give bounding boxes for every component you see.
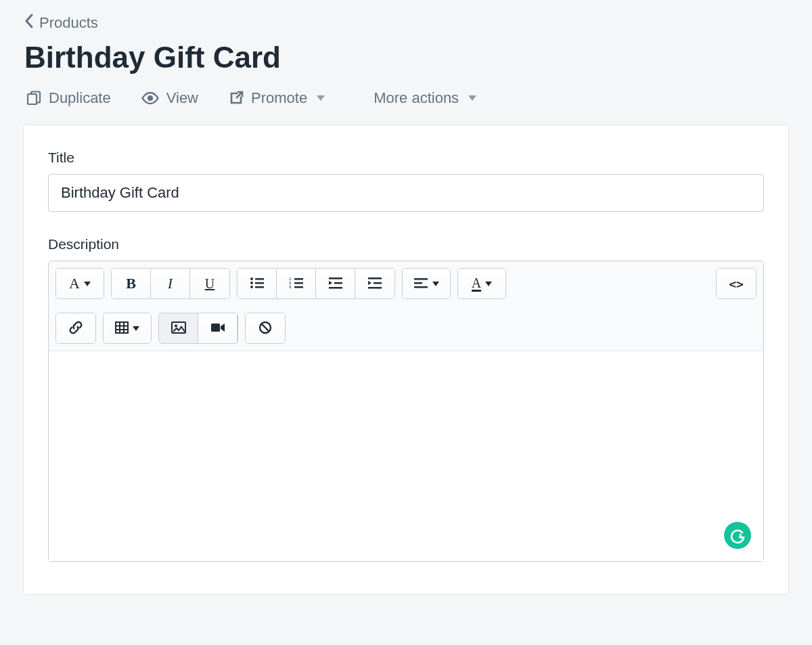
external-link-icon: [228, 90, 244, 106]
svg-point-4: [250, 282, 253, 284]
title-input[interactable]: [48, 174, 764, 212]
clear-formatting-icon: [258, 321, 272, 336]
svg-rect-15: [329, 277, 342, 280]
svg-rect-22: [414, 282, 422, 284]
rich-text-editor: A B I U 123: [48, 261, 764, 562]
svg-point-30: [175, 324, 177, 327]
html-view-button[interactable]: <>: [717, 269, 756, 298]
outdent-icon: [328, 277, 343, 291]
view-action[interactable]: View: [141, 89, 198, 107]
svg-point-6: [250, 286, 253, 288]
editor-toolbar: A B I U 123: [49, 261, 763, 351]
breadcrumb[interactable]: Products: [0, 0, 812, 32]
italic-icon: I: [168, 275, 173, 292]
svg-rect-5: [255, 282, 264, 284]
svg-text:3: 3: [289, 285, 292, 289]
underline-button[interactable]: U: [190, 269, 229, 298]
duplicate-icon: [26, 90, 42, 106]
grammarly-badge[interactable]: [724, 522, 751, 549]
insert-table-dropdown-button[interactable]: [104, 313, 151, 343]
numbered-list-button[interactable]: 123: [277, 269, 316, 298]
bold-icon: B: [126, 275, 136, 292]
format-dropdown-button[interactable]: A: [56, 269, 104, 298]
action-bar: Duplicate View Promote More actions: [0, 74, 812, 125]
bullet-list-button[interactable]: [238, 269, 277, 298]
svg-rect-18: [368, 277, 382, 280]
svg-rect-14: [294, 286, 303, 288]
caret-down-icon: [317, 95, 325, 101]
description-field-label: Description: [48, 236, 764, 252]
svg-rect-31: [211, 324, 220, 332]
title-field-label: Title: [48, 150, 764, 166]
align-dropdown-button[interactable]: [403, 269, 450, 298]
image-icon: [171, 321, 186, 336]
promote-label: Promote: [251, 89, 307, 107]
more-actions[interactable]: More actions: [374, 89, 476, 107]
italic-button[interactable]: I: [151, 269, 190, 298]
bold-button[interactable]: B: [112, 269, 151, 298]
insert-image-button[interactable]: [159, 313, 198, 343]
breadcrumb-label: Products: [39, 14, 98, 32]
insert-video-button[interactable]: [198, 313, 238, 343]
link-icon: [68, 320, 83, 337]
svg-rect-24: [116, 322, 128, 333]
svg-point-2: [250, 277, 253, 280]
svg-rect-10: [294, 278, 303, 280]
duplicate-label: Duplicate: [49, 89, 111, 107]
svg-rect-3: [255, 278, 264, 280]
promote-action[interactable]: Promote: [228, 89, 325, 107]
svg-rect-12: [294, 282, 303, 284]
caret-down-icon: [468, 95, 476, 101]
indent-button[interactable]: [355, 269, 394, 298]
svg-rect-19: [374, 282, 382, 284]
page-title: Birthday Gift Card: [0, 32, 812, 74]
eye-icon: [141, 91, 160, 105]
svg-rect-23: [414, 286, 428, 288]
table-icon: [115, 321, 129, 336]
svg-rect-0: [28, 94, 37, 104]
insert-link-button[interactable]: [56, 313, 95, 343]
caret-down-icon: [432, 282, 439, 286]
text-color-dropdown-button[interactable]: A: [458, 269, 505, 298]
grammarly-icon: [729, 527, 746, 544]
outdent-button[interactable]: [316, 269, 355, 298]
underline-icon: U: [205, 276, 215, 292]
svg-line-33: [262, 324, 269, 331]
product-card: Title Description A B I U: [23, 125, 789, 595]
chevron-left-icon: [24, 14, 34, 32]
format-icon: A: [69, 275, 80, 292]
bullet-list-icon: [250, 277, 265, 291]
editor-content-area[interactable]: [49, 351, 763, 561]
svg-rect-16: [334, 282, 342, 284]
text-color-icon: A: [472, 276, 481, 292]
duplicate-action[interactable]: Duplicate: [26, 89, 111, 107]
caret-down-icon: [133, 326, 139, 331]
caret-down-icon: [485, 282, 492, 286]
numbered-list-icon: 123: [289, 277, 304, 291]
align-left-icon: [413, 277, 428, 290]
svg-rect-21: [414, 278, 428, 280]
more-actions-label: More actions: [374, 89, 459, 107]
svg-rect-7: [255, 286, 264, 288]
view-label: View: [166, 89, 198, 107]
code-icon: <>: [729, 277, 744, 291]
svg-rect-20: [368, 287, 382, 289]
svg-rect-17: [329, 287, 342, 289]
caret-down-icon: [84, 282, 91, 286]
svg-point-1: [148, 95, 153, 101]
video-icon: [210, 322, 225, 335]
indent-icon: [367, 277, 382, 291]
clear-formatting-button[interactable]: [246, 313, 285, 343]
